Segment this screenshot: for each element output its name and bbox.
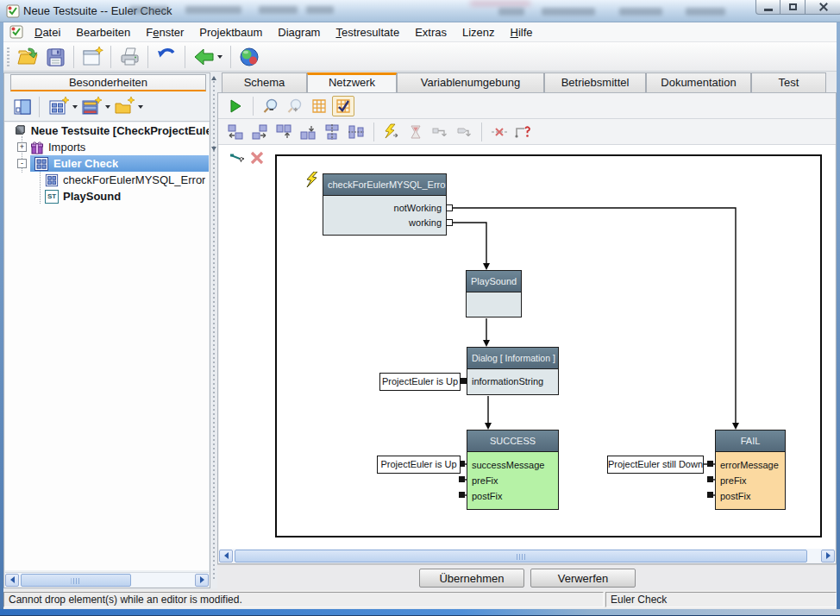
connect-in-button[interactable] <box>429 122 451 142</box>
align-center-h-button[interactable] <box>321 122 343 142</box>
scrollbar-thumb[interactable] <box>235 550 807 563</box>
tab-betriebsmittel[interactable]: Betriebsmittel <box>544 72 646 92</box>
align-right-button[interactable] <box>248 122 271 142</box>
menu-projektbaum[interactable]: Projektbaum <box>191 24 270 41</box>
port-informationstring[interactable] <box>461 378 467 384</box>
input-postfix-success[interactable]: postFix <box>467 488 558 504</box>
show-panel-button[interactable] <box>11 96 34 118</box>
auto-connect-button[interactable] <box>380 122 403 142</box>
new-folder-button[interactable] <box>112 96 145 118</box>
scroll-right-button[interactable] <box>821 550 835 563</box>
menu-datei[interactable]: Datei <box>27 24 68 41</box>
undo-button[interactable] <box>153 45 180 69</box>
toolbar-grip[interactable] <box>7 47 9 66</box>
menu-testresultate[interactable]: Testresultate <box>328 24 407 41</box>
minimize-icon <box>764 9 773 11</box>
tree-row-playsound[interactable]: ST PlaySound <box>5 188 209 204</box>
input-postfix-fail[interactable]: postFix <box>716 488 785 504</box>
tree-row-testsuite[interactable]: Neue Testsuite [CheckProjectEulerSite <box>5 123 209 139</box>
apply-button[interactable]: Übernehmen <box>419 569 524 588</box>
align-left-button[interactable] <box>224 122 247 142</box>
menu-hilfe[interactable]: Hilfe <box>503 24 541 41</box>
tab-netzwerk[interactable]: Netzwerk <box>307 72 397 92</box>
label-projecteuler-is-up-success[interactable]: ProjectEuler is Up <box>377 456 461 474</box>
run-button[interactable] <box>224 96 247 116</box>
diagram-canvas[interactable]: checkForEulerMYSQL_Error notWorking work… <box>219 145 835 550</box>
output-notworking[interactable]: notWorking <box>323 201 446 216</box>
menu-diagram[interactable]: Diagram <box>270 24 328 41</box>
menu-fenster[interactable]: Fenster <box>138 24 191 41</box>
expander-minus-icon[interactable]: - <box>17 159 27 168</box>
close-button[interactable] <box>806 0 840 15</box>
new-frame-button[interactable] <box>78 45 106 69</box>
expander-plus-icon[interactable]: + <box>17 142 27 152</box>
title-bar[interactable]: Neue Testsuite -- Euler Check <box>0 0 840 22</box>
connection-mode-icon[interactable] <box>229 150 247 167</box>
left-tab-row: Besonderheiten <box>4 73 210 92</box>
new-testcase-button[interactable] <box>47 96 79 118</box>
panel-splitter[interactable] <box>210 72 217 588</box>
scrollbar-thumb[interactable] <box>21 574 131 587</box>
reconnect-button[interactable] <box>512 122 535 142</box>
port-notworking[interactable] <box>446 204 453 211</box>
tree-row-checkforeuler[interactable]: checkForEulerMYSQL_Error <box>5 172 209 188</box>
new-sequence-button[interactable] <box>79 96 112 118</box>
scrollbar-track[interactable] <box>19 574 195 587</box>
disconnect-button[interactable] <box>488 122 511 142</box>
align-center-v-button[interactable] <box>345 122 367 142</box>
node-success[interactable]: SUCCESS successMessage preFix postFix <box>467 430 559 510</box>
zoom-out-button[interactable] <box>260 96 282 116</box>
print-button[interactable] <box>116 45 143 69</box>
node-fail[interactable]: FAIL errorMessage preFix postFix <box>715 430 786 510</box>
modules-button[interactable] <box>235 45 263 69</box>
wait-button[interactable] <box>404 122 427 142</box>
scroll-left-button[interactable] <box>5 574 19 587</box>
zoom-in-button[interactable] <box>284 96 306 116</box>
back-button[interactable] <box>190 45 226 69</box>
port-errormessage[interactable] <box>707 461 713 467</box>
printer-icon <box>118 46 141 68</box>
port-working[interactable] <box>446 219 453 226</box>
port-prefix-success[interactable] <box>459 476 465 482</box>
menu-bearbeiten[interactable]: Bearbeiten <box>68 24 138 41</box>
align-bottom-button[interactable] <box>297 122 319 142</box>
scroll-right-button[interactable] <box>195 574 209 587</box>
connect-out-button[interactable] <box>453 122 475 142</box>
new-frame-icon <box>81 46 103 68</box>
tab-test[interactable]: Test <box>751 72 826 92</box>
input-prefix-success[interactable]: preFix <box>467 473 558 488</box>
minimize-button[interactable] <box>755 0 780 15</box>
input-successmessage[interactable]: successMessage <box>467 457 558 473</box>
node-playsound[interactable]: PlaySound <box>466 270 522 317</box>
grid-button[interactable] <box>308 96 330 116</box>
label-projecteuler-is-up-dialog[interactable]: ProjectEuler is Up <box>379 373 461 391</box>
tree-row-euler-check[interactable]: - Euler Check <box>5 155 209 172</box>
maximize-button[interactable] <box>780 0 806 15</box>
menu-extras[interactable]: Extras <box>407 24 454 41</box>
node-dialog[interactable]: Dialog [ Information ] informationString <box>467 347 559 395</box>
tab-dokumentation[interactable]: Dokumentation <box>646 72 751 92</box>
delete-connection-icon[interactable] <box>249 150 265 166</box>
save-button[interactable] <box>41 45 69 69</box>
tab-schema[interactable]: Schema <box>222 72 307 92</box>
node-checkforeuler[interactable]: checkForEulerMYSQL_Error notWorking work… <box>323 173 447 236</box>
input-errormessage[interactable]: errorMessage <box>716 457 785 473</box>
scroll-left-button[interactable] <box>219 550 233 563</box>
snap-grid-button[interactable] <box>332 96 354 116</box>
output-working[interactable]: working <box>323 216 446 230</box>
scrollbar-track[interactable] <box>233 550 821 563</box>
discard-button[interactable]: Verwerfen <box>530 569 636 588</box>
tab-variablenumgebung[interactable]: Variablenumgebung <box>397 72 544 92</box>
port-postfix-success[interactable] <box>459 492 465 498</box>
port-postfix-fail[interactable] <box>707 492 713 498</box>
tree-row-imports[interactable]: + Imports <box>5 139 209 155</box>
tab-besonderheiten[interactable]: Besonderheiten <box>10 74 206 91</box>
open-button[interactable] <box>14 45 41 69</box>
input-informationstring[interactable]: informationString <box>467 374 558 389</box>
zoom-in-icon <box>286 97 304 115</box>
input-prefix-fail[interactable]: preFix <box>716 473 785 488</box>
menu-lizenz[interactable]: Lizenz <box>454 24 503 41</box>
label-projecteuler-still-down[interactable]: ProjectEuler still Down <box>607 456 704 474</box>
port-prefix-fail[interactable] <box>707 476 713 482</box>
align-top-button[interactable] <box>273 122 295 142</box>
